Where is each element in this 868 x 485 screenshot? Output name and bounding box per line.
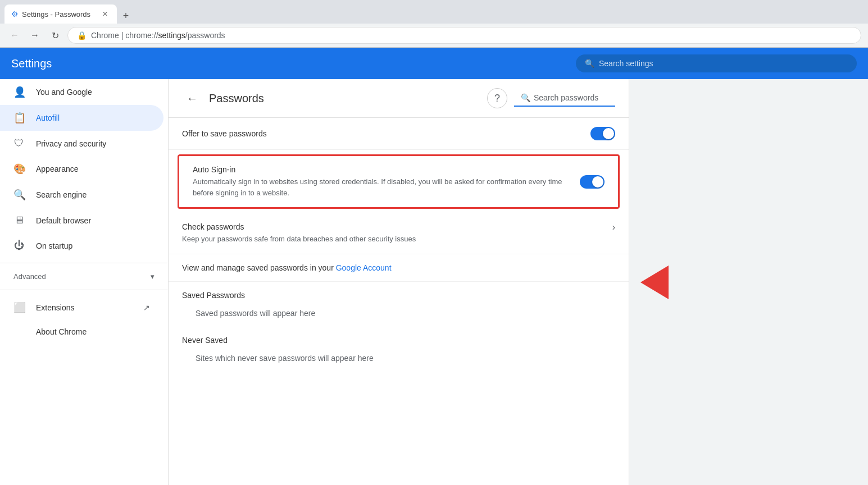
address-path: /passwords — [185, 31, 225, 40]
active-tab[interactable]: ⚙ Settings - Passwords ✕ — [4, 4, 117, 24]
sidebar-item-you-and-google[interactable]: 👤 You and Google — [0, 79, 163, 105]
google-account-text: View and manage saved passwords in your — [182, 263, 336, 272]
address-bar-row: ← → ↻ 🔒 Chrome | chrome://settings/passw… — [0, 24, 868, 48]
privacy-icon: 🛡 — [13, 138, 25, 149]
google-account-link[interactable]: Google Account — [336, 263, 392, 272]
check-passwords-title: Check passwords — [182, 222, 612, 231]
browser-chrome: ⚙ Settings - Passwords ✕ + — [0, 0, 868, 24]
settings-tab-icon: ⚙ — [11, 10, 19, 19]
search-passwords-placeholder: Search passwords — [534, 93, 598, 102]
appearance-icon: 🎨 — [13, 163, 25, 175]
saved-passwords-title: Saved Passwords — [169, 282, 629, 304]
auto-signin-option: Auto Sign-in Automatically sign in to we… — [179, 156, 618, 207]
search-passwords-icon: 🔍 — [521, 93, 530, 102]
offer-save-toggle-thumb — [603, 128, 614, 139]
check-passwords-description: Keep your passwords safe from data breac… — [182, 234, 612, 245]
sidebar: 👤 You and Google 📋 Autofill 🛡 Privacy an… — [0, 79, 169, 485]
sidebar-divider — [0, 263, 168, 263]
app-container: ⚙ Settings - Passwords ✕ + ← → ↻ 🔒 Chrom… — [0, 0, 868, 485]
settings-header: Settings 🔍 Search settings — [0, 48, 868, 79]
sidebar-label-search-engine: Search engine — [36, 190, 87, 199]
red-arrow-area — [629, 79, 730, 485]
offer-save-toggle-track[interactable] — [590, 127, 615, 140]
you-google-icon: 👤 — [13, 86, 25, 98]
search-settings-box[interactable]: 🔍 Search settings — [576, 54, 857, 72]
chevron-right-icon: › — [612, 222, 615, 232]
advanced-section[interactable]: Advanced ▾ — [0, 268, 168, 285]
address-box[interactable]: 🔒 Chrome | chrome://settings/passwords — [67, 27, 861, 44]
offer-save-text: Offer to save passwords — [182, 129, 590, 138]
saved-passwords-empty: Saved passwords will appear here — [169, 304, 629, 327]
extensions-icon: ⬜ — [13, 301, 25, 314]
settings-title: Settings — [11, 57, 567, 70]
passwords-panel: ← Passwords ? 🔍 Search passwords Offer t… — [169, 79, 629, 485]
sidebar-label-default-browser: Default browser — [36, 216, 91, 225]
back-nav-button[interactable]: ← — [7, 28, 22, 43]
search-passwords-box[interactable]: 🔍 Search passwords — [514, 90, 615, 107]
auto-signin-toggle-thumb — [592, 176, 603, 187]
help-icon: ? — [494, 93, 500, 104]
auto-signin-toggle[interactable] — [580, 175, 605, 189]
tab-close-button[interactable]: ✕ — [100, 9, 110, 19]
secure-icon: 🔒 — [77, 31, 87, 40]
sidebar-item-extensions[interactable]: ⬜ Extensions ↗ — [0, 295, 163, 321]
search-settings-icon: 🔍 — [585, 59, 594, 68]
sidebar-label-privacy: Privacy and security — [36, 139, 106, 148]
sidebar-divider-2 — [0, 290, 168, 290]
sidebar-label-you-google: You and Google — [36, 88, 92, 97]
forward-nav-button[interactable]: → — [27, 28, 43, 43]
default-browser-icon: 🖥 — [13, 214, 25, 226]
check-passwords-row[interactable]: Check passwords Keep your passwords safe… — [169, 213, 629, 254]
red-arrow-indicator — [640, 266, 669, 299]
tab-title: Settings - Passwords — [22, 10, 97, 19]
address-host: settings — [158, 31, 185, 40]
passwords-back-button[interactable]: ← — [182, 88, 202, 108]
external-link-icon: ↗ — [143, 303, 150, 312]
address-text: Chrome | chrome://settings/passwords — [91, 31, 225, 40]
autofill-icon: 📋 — [13, 112, 25, 124]
advanced-label: Advanced — [13, 272, 46, 281]
sidebar-item-privacy[interactable]: 🛡 Privacy and security — [0, 131, 163, 156]
main-area: ← Passwords ? 🔍 Search passwords Offer t… — [169, 79, 868, 485]
new-tab-button[interactable]: + — [118, 8, 134, 24]
search-engine-icon: 🔍 — [13, 189, 25, 201]
sidebar-item-on-startup[interactable]: ⏻ On startup — [0, 233, 163, 258]
address-scheme: Chrome | chrome:// — [91, 31, 158, 40]
sidebar-item-about-chrome[interactable]: About Chrome — [0, 321, 163, 343]
sidebar-item-autofill[interactable]: 📋 Autofill — [0, 105, 163, 131]
sidebar-label-appearance: Appearance — [36, 164, 79, 173]
google-account-row: View and manage saved passwords in your … — [169, 254, 629, 282]
advanced-chevron-icon: ▾ — [151, 272, 154, 281]
sidebar-item-default-browser[interactable]: 🖥 Default browser — [0, 208, 163, 233]
auto-signin-title: Auto Sign-in — [193, 165, 571, 174]
tab-bar: ⚙ Settings - Passwords ✕ + — [4, 4, 864, 24]
on-startup-icon: ⏻ — [13, 240, 25, 251]
sidebar-item-search-engine[interactable]: 🔍 Search engine — [0, 182, 163, 208]
check-passwords-text: Check passwords Keep your passwords safe… — [182, 222, 612, 245]
auto-signin-highlighted-box: Auto Sign-in Automatically sign in to we… — [178, 154, 620, 209]
offer-save-title: Offer to save passwords — [182, 129, 590, 138]
auto-signin-description: Automatically sign in to websites using … — [193, 176, 571, 198]
auto-signin-toggle-track[interactable] — [580, 175, 605, 189]
passwords-title: Passwords — [209, 92, 480, 105]
sidebar-label-on-startup: On startup — [36, 241, 72, 250]
settings-body: 👤 You and Google 📋 Autofill 🛡 Privacy an… — [0, 79, 868, 485]
sidebar-label-autofill: Autofill — [36, 113, 60, 122]
never-saved-empty: Sites which never save passwords will ap… — [169, 349, 629, 372]
help-button[interactable]: ? — [487, 88, 507, 108]
offer-save-toggle[interactable] — [590, 127, 615, 140]
offer-save-option: Offer to save passwords — [169, 118, 629, 150]
sidebar-label-about-chrome: About Chrome — [36, 327, 87, 336]
search-settings-placeholder: Search settings — [599, 59, 653, 68]
passwords-header: ← Passwords ? 🔍 Search passwords — [169, 79, 629, 118]
never-saved-title: Never Saved — [169, 327, 629, 349]
sidebar-item-appearance[interactable]: 🎨 Appearance — [0, 156, 163, 182]
sidebar-label-extensions: Extensions — [36, 303, 74, 312]
auto-signin-text: Auto Sign-in Automatically sign in to we… — [193, 165, 571, 198]
reload-button[interactable]: ↻ — [47, 28, 63, 43]
